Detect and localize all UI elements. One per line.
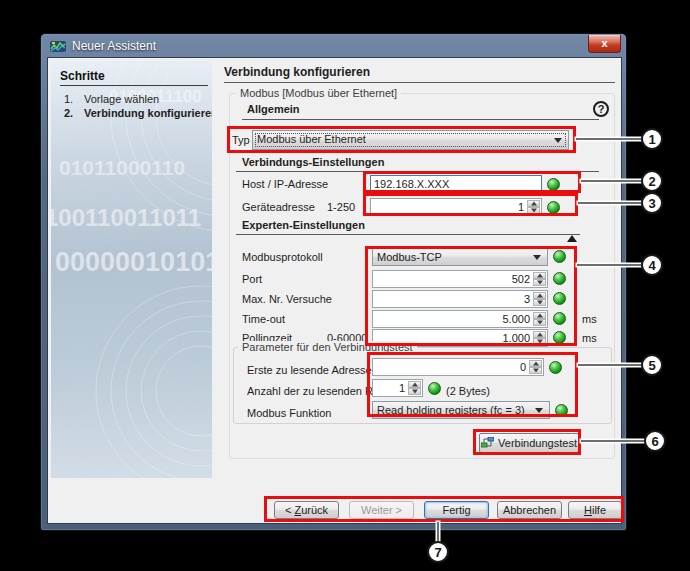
wizard-steps-panel: 0100011100 01011000110 100110011011 0000…: [51, 61, 212, 478]
test-params-groupbox-label: Parameter für den Verbindungstest: [238, 341, 417, 353]
network-test-icon: [481, 437, 494, 449]
callout-3: 3: [641, 192, 663, 214]
device-address-label: Geräteadresse: [242, 201, 315, 213]
chevron-down-icon: [533, 255, 541, 264]
first-address-status-led: [549, 361, 562, 374]
cancel-button[interactable]: Abbrechen: [497, 501, 562, 519]
port-spinner[interactable]: 502: [372, 270, 548, 288]
page-title: Verbindung konfigurieren: [224, 65, 370, 79]
timeout-spinner[interactable]: 5.000: [372, 310, 548, 328]
help-button[interactable]: Hilfe: [568, 501, 622, 519]
protocol-status-led: [553, 250, 566, 263]
page-title-rule: [224, 82, 615, 83]
register-count-suffix: (2 Bytes): [446, 385, 490, 397]
chevron-down-icon: [535, 408, 543, 417]
spin-buttons[interactable]: [527, 200, 540, 214]
register-count-status-led: [428, 382, 441, 395]
device-address-range: 1-250: [327, 201, 355, 213]
retries-value: 3: [524, 293, 530, 305]
steps-heading-rule: [60, 85, 208, 86]
collapse-up-icon[interactable]: [567, 230, 577, 242]
spin-up-icon[interactable]: [533, 312, 546, 319]
spin-down-icon[interactable]: [533, 299, 546, 306]
host-status-led: [547, 178, 560, 191]
callout-7: 7: [427, 541, 449, 563]
step-label: Vorlage wählen: [84, 93, 159, 105]
back-button[interactable]: < Zurück: [274, 501, 339, 519]
first-address-spinner[interactable]: 0: [372, 358, 544, 376]
host-input[interactable]: 192.168.X.XXX: [370, 175, 542, 193]
spin-buttons[interactable]: [533, 292, 546, 306]
section-verbindung-title: Verbindungs-Einstellungen: [242, 156, 384, 168]
polling-unit: ms: [582, 332, 597, 344]
button-text: urück: [301, 504, 328, 516]
device-address-spinner[interactable]: 1: [370, 198, 542, 216]
timeout-label: Time-out: [242, 313, 285, 325]
retries-status-led: [553, 292, 566, 305]
section-allgemein-title: Allgemein: [247, 103, 300, 115]
spin-buttons[interactable]: [529, 360, 542, 374]
host-label: Host / IP-Adresse: [242, 178, 328, 190]
timeout-value: 5.000: [502, 313, 530, 325]
button-text: Fertig: [442, 504, 470, 516]
spin-down-icon[interactable]: [408, 388, 421, 395]
register-count-value: 1: [399, 382, 405, 394]
port-value: 502: [512, 273, 530, 285]
polling-status-led: [553, 331, 566, 344]
timeout-unit: ms: [582, 313, 597, 325]
first-address-label: Erste zu lesende Adresse: [247, 364, 372, 376]
close-button[interactable]: x: [588, 35, 621, 53]
binary-watermark: 01011000110: [59, 156, 185, 180]
spin-buttons[interactable]: [533, 312, 546, 326]
step-number: 2.: [64, 107, 73, 119]
steps-heading: Schritte: [60, 69, 105, 83]
screenshot-stage: Neuer Assistent x 0100011100 01011000110: [0, 0, 690, 571]
device-status-led: [547, 201, 560, 214]
modbus-function-dropdown[interactable]: Read holding registers (fc = 3): [372, 401, 550, 419]
port-status-led: [553, 272, 566, 285]
spin-up-icon[interactable]: [529, 360, 542, 367]
finish-button[interactable]: Fertig: [424, 501, 489, 519]
binary-watermark: 100110011011: [51, 204, 201, 232]
callout-5: 5: [641, 354, 663, 376]
spin-down-icon[interactable]: [527, 207, 540, 214]
spin-down-icon[interactable]: [533, 279, 546, 286]
button-text: Weiter >: [361, 504, 402, 516]
spin-buttons[interactable]: [533, 272, 546, 286]
button-text: Abbrechen: [503, 504, 556, 516]
wizard-dialog: Neuer Assistent x 0100011100 01011000110: [40, 33, 627, 531]
spin-up-icon[interactable]: [533, 331, 546, 338]
protocol-dropdown[interactable]: Modbus-TCP: [372, 248, 548, 266]
modbus-function-label: Modbus Funktion: [247, 407, 331, 419]
callout-6: 6: [644, 430, 666, 452]
spin-up-icon[interactable]: [533, 292, 546, 299]
connection-test-button[interactable]: Verbindungstest: [479, 433, 579, 453]
next-button: Weiter >: [349, 501, 414, 519]
callout-2: 2: [641, 170, 663, 192]
button-text: <: [285, 504, 294, 516]
first-address-value: 0: [520, 361, 526, 373]
binary-watermark: 00000010101: [55, 247, 212, 278]
section-verbindung-rule: [236, 171, 599, 172]
modbus-groupbox-label: Modbus [Modbus über Ethernet]: [236, 87, 401, 99]
protocol-dropdown-value: Modbus-TCP: [377, 251, 442, 263]
typ-dropdown-value: Modbus über Ethernet: [257, 133, 366, 145]
spin-up-icon[interactable]: [527, 200, 540, 207]
retries-spinner[interactable]: 3: [372, 290, 548, 308]
spin-buttons[interactable]: [533, 331, 546, 345]
register-count-spinner[interactable]: 1: [372, 379, 423, 397]
spin-down-icon[interactable]: [533, 338, 546, 345]
connection-test-label: Verbindungstest: [498, 437, 577, 449]
typ-dropdown[interactable]: Modbus über Ethernet: [252, 130, 569, 150]
section-allgemein-rule: [242, 119, 599, 120]
spin-buttons[interactable]: [408, 381, 421, 395]
spin-down-icon[interactable]: [529, 367, 542, 374]
step-number: 1.: [64, 93, 73, 105]
spin-up-icon[interactable]: [408, 381, 421, 388]
spin-up-icon[interactable]: [533, 272, 546, 279]
help-icon[interactable]: ?: [593, 101, 609, 117]
button-text: ilfe: [592, 504, 606, 516]
spin-down-icon[interactable]: [533, 319, 546, 326]
timeout-status-led: [553, 312, 566, 325]
modbus-function-status-led: [555, 404, 568, 417]
